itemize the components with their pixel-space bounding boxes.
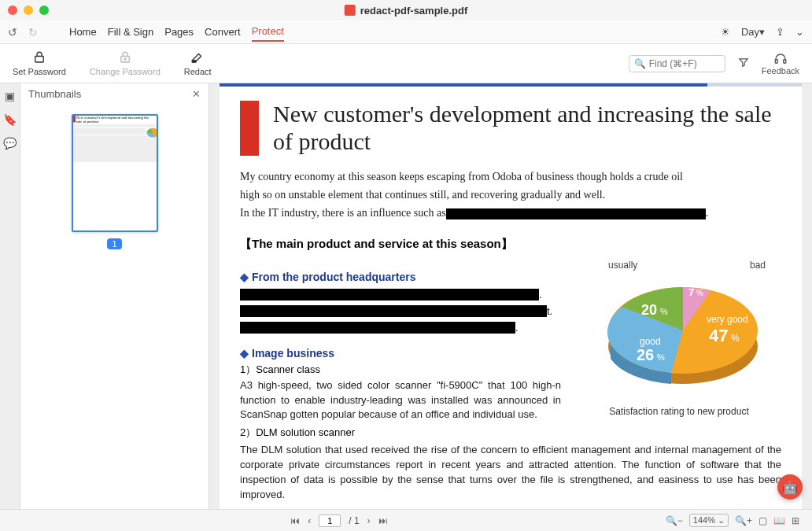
tab-convert[interactable]: Convert [205, 23, 241, 41]
search-icon: 🔍 [634, 58, 646, 69]
view-grid-button[interactable]: ⊞ [792, 515, 799, 526]
subheading-image-business: Image business [240, 347, 561, 360]
intro-line-2: high so on unstable element that continu… [240, 188, 781, 203]
zoom-level[interactable]: 144% ⌄ [689, 514, 729, 527]
thumbnails-rail-icon[interactable]: ▣ [5, 90, 15, 102]
feedback-button[interactable]: Feedback [762, 52, 799, 76]
close-window-button[interactable] [8, 6, 17, 15]
reading-mode-button[interactable]: 📖 [773, 515, 785, 526]
titlebar: redact-pdf-sample.pdf [0, 0, 812, 20]
tab-pages[interactable]: Pages [164, 23, 194, 41]
bookmarks-rail-icon[interactable]: 🔖 [3, 113, 17, 126]
thumbnails-panel: Thumbnails ✕ New customer's development … [20, 83, 209, 509]
svg-text:%: % [731, 333, 740, 344]
redacted-region [240, 322, 515, 334]
paragraph-dlm: The DLM solution that used received the … [240, 443, 781, 502]
set-password-label: Set Password [13, 67, 66, 76]
redacted-region [240, 289, 539, 301]
section-heading: 【The main product and service at this se… [240, 237, 781, 252]
status-bar: ⏮ ‹ / 1 › ⏭ 🔍− 144% ⌄ 🔍+ ▢ 📖 ⊞ [0, 509, 812, 531]
share-icon[interactable]: ⇪ [776, 26, 784, 38]
svg-text:very good: very good [707, 314, 748, 325]
svg-text:26: 26 [637, 346, 654, 363]
pie-chart-container: usually bad very good 47% go [577, 260, 781, 441]
assistant-fab[interactable]: 🤖 [777, 474, 803, 500]
svg-text:%: % [660, 307, 668, 316]
svg-text:47: 47 [709, 326, 728, 345]
svg-text:20: 20 [641, 302, 657, 318]
window-title-text: redact-pdf-sample.pdf [360, 5, 468, 17]
pdf-file-icon [345, 5, 356, 16]
thumbnails-heading: Thumbnails [28, 88, 81, 100]
feedback-label: Feedback [762, 66, 799, 76]
comments-rail-icon[interactable]: 💬 [3, 137, 17, 149]
zoom-in-button[interactable]: 🔍+ [735, 515, 752, 526]
robot-icon: 🤖 [782, 480, 798, 495]
page-number-input[interactable] [319, 514, 341, 527]
minimize-window-button[interactable] [24, 6, 33, 15]
tab-fill-sign[interactable]: Fill & Sign [108, 23, 154, 41]
window-controls [8, 6, 49, 15]
fit-page-button[interactable]: ▢ [758, 515, 767, 526]
svg-text:good: good [640, 336, 661, 347]
lock-key-icon [118, 50, 132, 65]
document-page: New customer's development and increasin… [220, 83, 802, 509]
svg-rect-3 [192, 61, 196, 62]
prev-page-button[interactable]: ‹ [308, 515, 311, 526]
redacted-region [240, 305, 547, 317]
svg-point-2 [124, 58, 126, 60]
undo-button[interactable]: ↺ [8, 26, 17, 39]
svg-rect-0 [35, 57, 44, 63]
document-viewport[interactable]: New customer's development and increasin… [209, 83, 812, 509]
side-rail: ▣ 🔖 💬 [0, 83, 20, 509]
thumbnail-page-number: 1 [107, 238, 121, 249]
pie-label-usually: usually [608, 260, 637, 271]
overflow-icon[interactable]: ⌄ [795, 26, 804, 38]
search-box[interactable]: 🔍 [629, 55, 725, 72]
redact-button[interactable]: Redact [184, 50, 212, 76]
theme-toggle[interactable]: Day▾ [741, 26, 765, 38]
tab-protect[interactable]: Protect [252, 22, 284, 42]
filter-icon[interactable] [738, 57, 749, 71]
subheading-product-hq: From the product headquarters [240, 271, 561, 283]
last-page-button[interactable]: ⏭ [378, 515, 388, 526]
document-title: New customer's development and increasin… [273, 101, 781, 155]
headset-icon [773, 52, 788, 66]
lock-icon [32, 50, 46, 65]
list-item-2: 2）DLM solution scanner [240, 426, 561, 440]
thumbnail-page-1[interactable]: New customer's development and increasin… [72, 114, 158, 232]
search-input[interactable] [649, 58, 720, 69]
svg-text:%: % [657, 352, 665, 362]
close-panel-icon[interactable]: ✕ [192, 88, 201, 100]
svg-rect-4 [775, 59, 777, 63]
maximize-window-button[interactable] [39, 6, 49, 15]
redact-icon [190, 50, 205, 65]
redo-button[interactable]: ↻ [28, 26, 38, 39]
pie-label-bad: bad [750, 260, 766, 271]
list-item-1: 1）Scanner class [240, 363, 561, 377]
change-password-button: Change Password [90, 50, 161, 76]
change-password-label: Change Password [90, 67, 161, 76]
redacted-region [446, 208, 706, 219]
window-title: redact-pdf-sample.pdf [345, 5, 468, 17]
svg-rect-1 [121, 57, 130, 63]
pie-chart-caption: Satisfaction rating to new product [577, 406, 781, 417]
set-password-button[interactable]: Set Password [13, 50, 66, 76]
first-page-button[interactable]: ⏮ [290, 515, 300, 526]
pie-chart-icon: very good 47% good 26% 20% 7% [585, 260, 773, 401]
page-total: / 1 [349, 515, 359, 526]
tab-home[interactable]: Home [69, 23, 97, 41]
svg-text:%: % [696, 289, 703, 297]
workspace: ▣ 🔖 💬 Thumbnails ✕ New customer's develo… [0, 83, 812, 509]
title-accent-block [240, 101, 259, 156]
main-menu-bar: ↺ ↻ Home Fill & Sign Pages Convert Prote… [0, 20, 812, 44]
intro-line-3: In the IT industry, there is an influenc… [240, 206, 781, 221]
next-page-button[interactable]: › [367, 515, 371, 526]
svg-text:7: 7 [688, 286, 694, 298]
intro-line-1: My country economy at this season keeps … [240, 170, 781, 185]
svg-rect-5 [784, 59, 786, 63]
paragraph-scanner: A3 high-speed, two sided color scanner "… [240, 378, 561, 423]
tool-ribbon: Set Password Change Password Redact 🔍 Fe… [0, 44, 812, 83]
zoom-out-button[interactable]: 🔍− [666, 515, 683, 526]
brightness-icon[interactable]: ☀︎ [721, 26, 730, 38]
